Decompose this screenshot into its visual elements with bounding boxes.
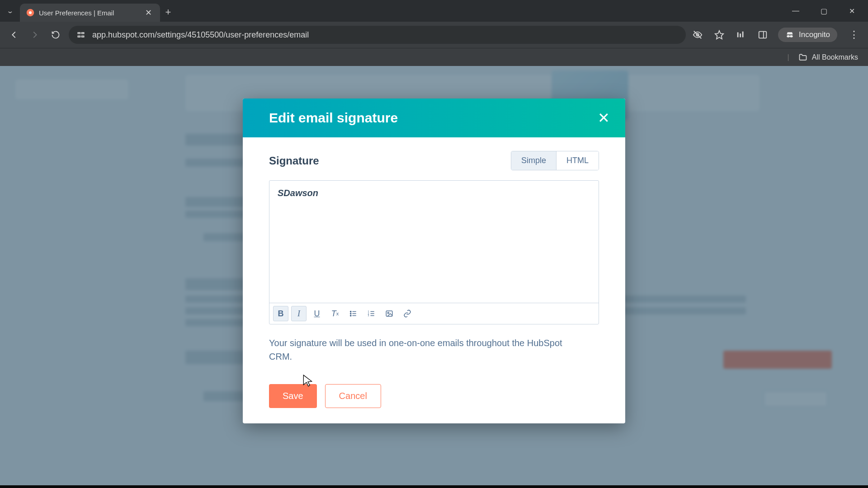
window-controls: ― ▢ ✕ bbox=[789, 7, 868, 15]
window-maximize-icon[interactable]: ▢ bbox=[817, 7, 830, 15]
tab-html[interactable]: HTML bbox=[556, 151, 599, 170]
tab-title: User Preferences | Email bbox=[39, 9, 114, 17]
svg-point-20 bbox=[350, 315, 351, 316]
window-minimize-icon[interactable]: ― bbox=[789, 7, 802, 15]
modal-title: Edit email signature bbox=[269, 110, 398, 126]
underline-button[interactable]: U bbox=[309, 306, 325, 321]
numbered-list-icon: 123 bbox=[367, 310, 375, 318]
signature-content: SDawson bbox=[278, 188, 318, 198]
all-bookmarks-label: All Bookmarks bbox=[812, 53, 858, 61]
insert-image-button[interactable] bbox=[382, 306, 397, 321]
svg-point-18 bbox=[350, 313, 351, 314]
bold-button[interactable]: B bbox=[273, 306, 288, 321]
editor-mode-segmented: Simple HTML bbox=[511, 151, 599, 170]
bulleted-list-button[interactable] bbox=[345, 306, 361, 321]
tab-search-dropdown[interactable]: ⌄ bbox=[0, 0, 20, 22]
tab-close-icon[interactable]: ✕ bbox=[145, 8, 152, 18]
svg-rect-9 bbox=[737, 33, 739, 38]
svg-point-29 bbox=[387, 312, 389, 314]
bookmark-star-icon[interactable] bbox=[713, 28, 726, 41]
modal-close-icon[interactable]: ✕ bbox=[598, 111, 610, 125]
nav-forward-icon[interactable] bbox=[27, 27, 42, 42]
side-panel-icon[interactable] bbox=[756, 28, 769, 41]
browser-menu-icon[interactable]: ⋮ bbox=[846, 29, 862, 41]
browser-toolbar: app.hubspot.com/settings/45105500/user-p… bbox=[0, 22, 868, 48]
signature-editor: SDawson B I U Tx 123 bbox=[269, 180, 599, 324]
modal-header: Edit email signature ✕ bbox=[243, 99, 625, 137]
svg-point-1 bbox=[29, 11, 32, 14]
insert-link-button[interactable] bbox=[400, 306, 415, 321]
svg-marker-8 bbox=[715, 31, 723, 39]
os-taskbar bbox=[0, 485, 868, 488]
svg-point-15 bbox=[790, 35, 793, 38]
svg-rect-10 bbox=[740, 33, 741, 37]
eye-off-icon[interactable] bbox=[691, 28, 704, 41]
incognito-label: Incognito bbox=[799, 30, 830, 39]
address-bar[interactable]: app.hubspot.com/settings/45105500/user-p… bbox=[69, 26, 686, 44]
svg-text:3: 3 bbox=[368, 314, 369, 317]
svg-rect-3 bbox=[82, 33, 84, 34]
editor-toolbar: B I U Tx 123 bbox=[269, 303, 599, 324]
svg-rect-11 bbox=[742, 32, 744, 38]
italic-button[interactable]: I bbox=[291, 306, 307, 321]
image-icon bbox=[385, 310, 393, 318]
nav-back-icon[interactable] bbox=[6, 27, 22, 42]
svg-rect-2 bbox=[78, 33, 80, 34]
signature-help-text: Your signature will be used in one-on-on… bbox=[269, 336, 585, 363]
svg-point-14 bbox=[787, 35, 790, 38]
link-icon bbox=[403, 310, 411, 318]
bulleted-list-icon bbox=[349, 310, 357, 318]
all-bookmarks-button[interactable]: All Bookmarks bbox=[798, 53, 858, 62]
svg-rect-28 bbox=[386, 311, 392, 316]
browser-titlebar: ⌄ User Preferences | Email ✕ + ― ▢ ✕ bbox=[0, 0, 868, 22]
hubspot-favicon-icon bbox=[26, 9, 34, 17]
edit-email-signature-modal: Edit email signature ✕ Signature Simple … bbox=[243, 99, 625, 423]
svg-rect-4 bbox=[78, 36, 80, 38]
nav-reload-icon[interactable] bbox=[48, 27, 63, 42]
incognito-badge[interactable]: Incognito bbox=[778, 28, 837, 42]
cancel-button[interactable]: Cancel bbox=[325, 384, 381, 408]
svg-point-16 bbox=[350, 311, 351, 312]
window-close-icon[interactable]: ✕ bbox=[845, 7, 858, 15]
media-control-icon[interactable] bbox=[735, 28, 747, 41]
signature-textarea[interactable]: SDawson bbox=[269, 181, 599, 303]
clear-formatting-button[interactable]: Tx bbox=[327, 306, 343, 321]
tab-simple[interactable]: Simple bbox=[511, 151, 556, 170]
signature-section-label: Signature bbox=[269, 155, 319, 167]
numbered-list-button[interactable]: 123 bbox=[363, 306, 379, 321]
incognito-icon bbox=[785, 30, 794, 39]
save-button[interactable]: Save bbox=[269, 384, 317, 408]
svg-rect-12 bbox=[759, 32, 767, 38]
folder-icon bbox=[798, 53, 807, 62]
new-tab-button[interactable]: + bbox=[160, 6, 176, 18]
browser-tab-active[interactable]: User Preferences | Email ✕ bbox=[20, 4, 160, 22]
svg-rect-5 bbox=[82, 36, 84, 38]
bookmarks-bar: | All Bookmarks bbox=[0, 48, 868, 66]
url-text: app.hubspot.com/settings/45105500/user-p… bbox=[92, 30, 309, 40]
site-settings-icon[interactable] bbox=[76, 30, 86, 40]
